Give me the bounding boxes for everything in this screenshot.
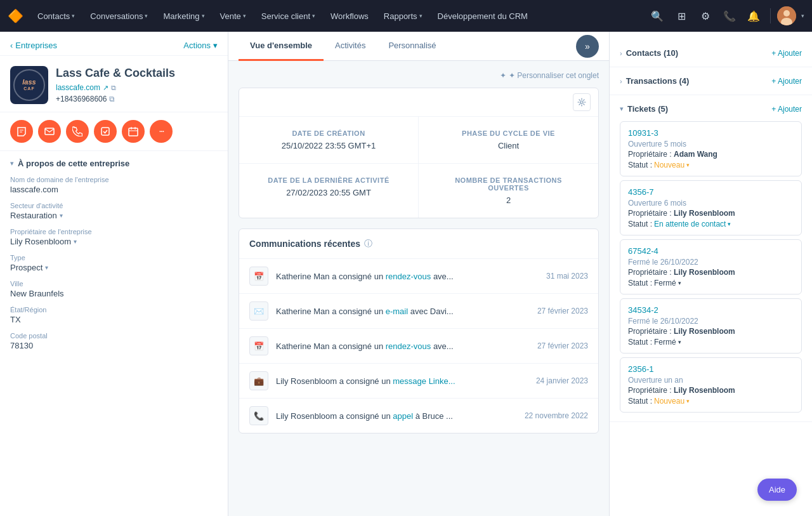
- personalize-link[interactable]: ✦ ✦ Personnaliser cet onglet: [500, 71, 599, 80]
- main-layout: ‹ Entreprises Actions ▾ lass CAF Lass Ca…: [0, 32, 812, 516]
- status-badge[interactable]: Fermé ▾: [654, 279, 681, 288]
- communication-item: ✉️ Katherine Man a consigné un e-mail av…: [239, 294, 598, 329]
- avatar-chevron-icon[interactable]: ▾: [801, 13, 804, 19]
- info-icon[interactable]: ⓘ: [364, 238, 372, 249]
- add-ticket-link[interactable]: + Ajouter: [771, 105, 802, 114]
- meeting-button[interactable]: [122, 120, 145, 143]
- help-button[interactable]: Aide: [757, 479, 797, 501]
- communications-header: Communications récentes ⓘ: [239, 229, 598, 259]
- right-section-contacts: › Contacts (10) + Ajouter: [610, 39, 812, 67]
- call-button[interactable]: [66, 120, 89, 143]
- personalize-bar: ✦ ✦ Personnaliser cet onglet: [239, 71, 599, 80]
- ticket-meta: Fermé le 26/10/2022: [628, 317, 794, 326]
- ticket-status: Statut : Nouveau ▾: [628, 161, 794, 169]
- more-actions-button[interactable]: ···: [150, 120, 173, 143]
- comm-date: 31 mai 2023: [546, 272, 588, 281]
- comm-link[interactable]: rendez-vous: [386, 272, 431, 281]
- right-section-tickets: ▾ Tickets (5) + Ajouter 10931-3 Ouvertur…: [610, 95, 812, 422]
- communication-item: 📅 Katherine Man a consigné un rendez-vou…: [239, 329, 598, 364]
- comm-link[interactable]: e-mail: [386, 307, 408, 316]
- ticket-meta: Fermé le 26/10/2022: [628, 258, 794, 267]
- task-button[interactable]: [94, 120, 117, 143]
- ticket-id[interactable]: 34534-2: [628, 305, 794, 315]
- ticket-status: Statut : Fermé ▾: [628, 338, 794, 347]
- nav-crm[interactable]: Développement du CRM: [431, 8, 534, 25]
- field-postal: Code postal 78130: [10, 332, 218, 350]
- add-contact-link[interactable]: + Ajouter: [771, 49, 802, 58]
- chevron-down-icon: ▾: [145, 13, 148, 19]
- chevron-right-icon: ›: [620, 50, 622, 57]
- comm-text: Katherine Man a consigné un e-mail avec …: [276, 307, 530, 316]
- nav-rapports[interactable]: Rapports ▾: [377, 8, 429, 25]
- company-name: Lass Cafe & Cocktails: [56, 66, 175, 81]
- status-badge[interactable]: Fermé ▾: [654, 338, 681, 347]
- tickets-section-header[interactable]: ▾ Tickets (5) + Ajouter: [610, 100, 812, 117]
- marketplace-icon[interactable]: ⊞: [671, 6, 691, 26]
- ticket-id[interactable]: 4356-7: [628, 187, 794, 197]
- dropdown-icon[interactable]: ▾: [45, 264, 48, 271]
- nav-conversations[interactable]: Conversations ▾: [84, 8, 154, 25]
- settings-small-icon: ✦: [500, 71, 506, 80]
- content-body: ✦ ✦ Personnaliser cet onglet DATE DE C: [228, 61, 609, 444]
- user-avatar[interactable]: [777, 6, 796, 25]
- overview-open-transactions: NOMBRE DE TRANSACTIONS OUVERTES 2: [419, 164, 598, 218]
- ticket-id[interactable]: 67542-4: [628, 246, 794, 256]
- chevron-down-icon: ▾: [10, 159, 14, 168]
- hubspot-logo[interactable]: 🔶: [8, 8, 23, 23]
- email-button[interactable]: [38, 120, 61, 143]
- transactions-section-header[interactable]: › Transactions (4) + Ajouter: [610, 72, 812, 89]
- nav-service-client[interactable]: Service client ▾: [255, 8, 322, 25]
- about-section-toggle[interactable]: ▾ À propos de cette entreprise: [10, 159, 218, 168]
- ticket-id[interactable]: 2356-1: [628, 364, 794, 374]
- comm-link[interactable]: rendez-vous: [386, 341, 431, 351]
- overview-settings-button[interactable]: [573, 93, 591, 111]
- nav-contacts[interactable]: Contacts ▾: [31, 8, 81, 25]
- svg-rect-4: [102, 128, 109, 135]
- comm-link[interactable]: message Linke...: [393, 376, 455, 386]
- notifications-icon[interactable]: 🔔: [743, 6, 764, 26]
- note-button[interactable]: [10, 120, 33, 143]
- status-chevron-icon: ▾: [678, 280, 681, 286]
- comm-link[interactable]: appel: [393, 411, 413, 421]
- copy-icon[interactable]: ⧉: [111, 84, 116, 92]
- chevron-down-icon: ▾: [72, 13, 75, 19]
- communication-item: 💼 Lily Rosenbloom a consigné un message …: [239, 364, 598, 399]
- status-badge[interactable]: En attente de contact ▾: [654, 220, 731, 228]
- chevron-down-icon: ▾: [243, 13, 246, 19]
- tab-activites[interactable]: Activités: [324, 32, 377, 61]
- add-transaction-link[interactable]: + Ajouter: [771, 77, 802, 86]
- overview-lifecycle: PHASE DU CYCLE DE VIE Client: [419, 117, 598, 164]
- communications-card: Communications récentes ⓘ 📅 Katherine Ma…: [239, 228, 599, 433]
- tickets-list: 10931-3 Ouverture 5 mois Propriétaire : …: [610, 121, 812, 413]
- comm-date: 22 novembre 2022: [525, 411, 588, 420]
- field-type: Type Prospect ▾: [10, 254, 218, 272]
- about-section: ▾ À propos de cette entreprise Nom de do…: [0, 151, 228, 366]
- search-icon[interactable]: 🔍: [647, 6, 667, 26]
- overview-grid: DATE DE CRÉATION 25/10/2022 23:55 GMT+1 …: [239, 117, 598, 218]
- contacts-section-header[interactable]: › Contacts (10) + Ajouter: [610, 44, 812, 62]
- nav-vente[interactable]: Vente ▾: [214, 8, 252, 25]
- chevron-down-icon: ▾: [213, 41, 218, 50]
- ticket-status: Statut : Nouveau ▾: [628, 397, 794, 406]
- dropdown-icon[interactable]: ▾: [74, 238, 77, 245]
- field-state: État/Région TX: [10, 306, 218, 324]
- tab-personnalise[interactable]: Personnalisé: [377, 32, 447, 61]
- ticket-id[interactable]: 10931-3: [628, 128, 794, 138]
- company-website-link[interactable]: lasscafe.com ↗ ⧉: [56, 83, 175, 92]
- ticket-card: 10931-3 Ouverture 5 mois Propriétaire : …: [620, 121, 802, 176]
- tabs-expand-button[interactable]: »: [576, 35, 599, 58]
- ticket-meta: Ouverture 5 mois: [628, 140, 794, 149]
- phone-icon[interactable]: 📞: [719, 6, 740, 26]
- status-badge[interactable]: Nouveau ▾: [654, 397, 690, 406]
- actions-button[interactable]: Actions ▾: [183, 41, 218, 50]
- dropdown-icon[interactable]: ▾: [60, 212, 63, 219]
- settings-icon[interactable]: ⚙: [695, 6, 716, 26]
- status-badge[interactable]: Nouveau ▾: [654, 161, 690, 169]
- tab-vue-ensemble[interactable]: Vue d'ensemble: [239, 32, 324, 61]
- ticket-owner: Propriétaire : Lily Rosenbloom: [628, 209, 794, 218]
- back-to-companies[interactable]: ‹ Entreprises: [10, 41, 57, 50]
- copy-phone-icon[interactable]: ⧉: [109, 95, 115, 103]
- nav-workflows[interactable]: Workflows: [324, 8, 375, 25]
- nav-marketing[interactable]: Marketing ▾: [157, 8, 211, 25]
- ticket-card: 34534-2 Fermé le 26/10/2022 Propriétaire…: [620, 298, 802, 354]
